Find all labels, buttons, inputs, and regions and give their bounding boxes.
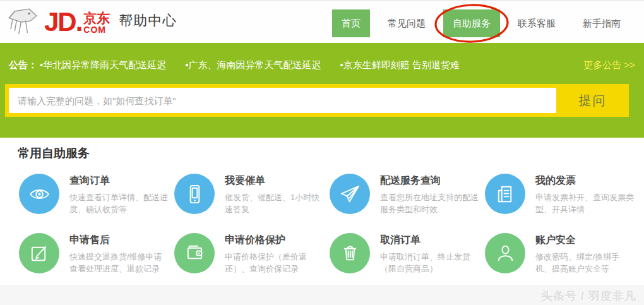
paper-plane-icon <box>330 174 370 214</box>
invoice-icon <box>485 174 525 214</box>
logo[interactable]: JD. 京东 COM 帮助中心 <box>5 3 177 41</box>
tab-faq[interactable]: 常见问题 <box>378 9 435 37</box>
service-description: 申请价格保护（差价返还）、查询价保记录 <box>225 251 325 275</box>
service-description: 修改密码、绑定/换绑手机、提高账户安全等 <box>535 251 635 275</box>
service-title: 账户安全 <box>535 234 635 247</box>
notice-label: 公告： <box>9 59 37 71</box>
service-title: 我的发票 <box>535 174 635 188</box>
jd-logo-text: JD. <box>44 9 81 35</box>
edit-icon <box>19 233 59 273</box>
service-title: 取消订单 <box>380 234 480 247</box>
service-text: 配送服务查询查看您所在地址支持的配送服务类型和时效 <box>380 174 480 216</box>
main-content: 常用自助服务 查询订单快速查看订单详情、配送进度、确认收货等我要催单催发货、催配… <box>0 138 644 285</box>
more-notices-link[interactable]: 更多公告 >> <box>583 59 635 71</box>
service-cancel-order[interactable]: 取消订单申请取消订单、终止发货（限自营商品） <box>330 233 485 275</box>
notice-row: 公告： •华北因异常降雨天气配送延迟•广东、海南因异常天气配送延迟•京东生鲜即刻… <box>9 59 635 71</box>
search-box: 提问 <box>5 84 629 117</box>
service-title: 申请售后 <box>69 234 169 247</box>
notice-band: 公告： •华北因异常降雨天气配送延迟•广东、海南因异常天气配送延迟•京东生鲜即刻… <box>0 43 644 138</box>
ask-button[interactable]: 提问 <box>556 84 629 117</box>
tab-home[interactable]: 首页 <box>332 9 370 37</box>
service-price-protection[interactable]: 申请价格保护申请价格保护（差价返还）、查询价保记录 <box>174 233 330 275</box>
service-text: 我的发票申请发票补开、查询发票类型、开具详情 <box>535 174 635 216</box>
service-description: 催发货、催配送、1小时快速答复 <box>225 192 325 216</box>
service-text: 申请售后快速提交退换货/维修申请 查看处理进度、退款记录 <box>69 233 169 275</box>
tab-guide[interactable]: 新手指南 <box>573 9 630 37</box>
person-icon <box>485 233 525 273</box>
watermark: 头条号 / 羽度非凡 <box>541 289 636 304</box>
notice-item[interactable]: •华北因异常降雨天气配送延迟 <box>40 59 166 71</box>
wallet-icon <box>174 233 215 273</box>
service-text: 取消订单申请取消订单、终止发货（限自营商品） <box>380 233 480 275</box>
question-input[interactable] <box>9 88 556 113</box>
jd-mascot-icon <box>5 4 42 40</box>
tab-contact[interactable]: 联系客服 <box>508 9 565 37</box>
service-text: 账户安全修改密码、绑定/换绑手机、提高账户安全等 <box>535 233 635 275</box>
service-title: 配送服务查询 <box>380 174 480 188</box>
service-urge-order[interactable]: 我要催单催发货、催配送、1小时快速答复 <box>174 174 330 216</box>
header: JD. 京东 COM 帮助中心 首页常见问题自助服务联系客服新手指南 <box>0 0 644 43</box>
service-after-sales[interactable]: 申请售后快速提交退换货/维修申请 查看处理进度、退款记录 <box>19 233 174 275</box>
service-description: 申请取消订单、终止发货（限自营商品） <box>380 251 480 275</box>
jd-logo: JD. 京东 COM <box>44 9 110 35</box>
page-title: 帮助中心 <box>119 11 177 30</box>
service-description: 快速查看订单详情、配送进度、确认收货等 <box>69 192 169 216</box>
service-text: 查询订单快速查看订单详情、配送进度、确认收货等 <box>69 174 169 216</box>
service-delivery-service-query[interactable]: 配送服务查询查看您所在地址支持的配送服务类型和时效 <box>330 174 485 216</box>
red-circle-annotation <box>432 1 511 45</box>
service-description: 申请发票补开、查询发票类型、开具详情 <box>535 192 635 216</box>
jd-logo-cn: 京东 <box>83 11 110 25</box>
service-title: 申请价格保护 <box>225 234 325 247</box>
tab-self-service[interactable]: 自助服务 <box>443 9 500 37</box>
service-title: 查询订单 <box>69 174 169 188</box>
service-text: 我要催单催发货、催配送、1小时快速答复 <box>225 174 325 216</box>
service-description: 快速提交退换货/维修申请 查看处理进度、退款记录 <box>69 251 169 275</box>
service-my-invoice[interactable]: 我的发票申请发票补开、查询发票类型、开具详情 <box>485 174 640 216</box>
service-account-security[interactable]: 账户安全修改密码、绑定/换绑手机、提高账户安全等 <box>485 233 640 275</box>
phone-icon <box>174 174 215 214</box>
footer: 头条号 / 羽度非凡 <box>0 285 644 305</box>
eye-icon <box>19 174 59 214</box>
services-grid: 查询订单快速查看订单详情、配送进度、确认收货等我要催单催发货、催配送、1小时快速… <box>19 174 630 275</box>
jd-logo-com: COM <box>83 25 110 34</box>
notice-item[interactable]: •广东、海南因异常天气配送延迟 <box>185 59 321 71</box>
trash-icon <box>330 233 370 273</box>
main-nav: 首页常见问题自助服务联系客服新手指南 <box>324 9 630 37</box>
service-query-order[interactable]: 查询订单快速查看订单详情、配送进度、确认收货等 <box>19 174 174 216</box>
notice-item[interactable]: •京东生鲜即刻赔 告别退货难 <box>340 59 460 71</box>
section-heading: 常用自助服务 <box>18 145 90 162</box>
service-description: 查看您所在地址支持的配送服务类型和时效 <box>380 192 480 216</box>
service-text: 申请价格保护申请价格保护（差价返还）、查询价保记录 <box>225 233 325 275</box>
service-title: 我要催单 <box>225 174 325 188</box>
